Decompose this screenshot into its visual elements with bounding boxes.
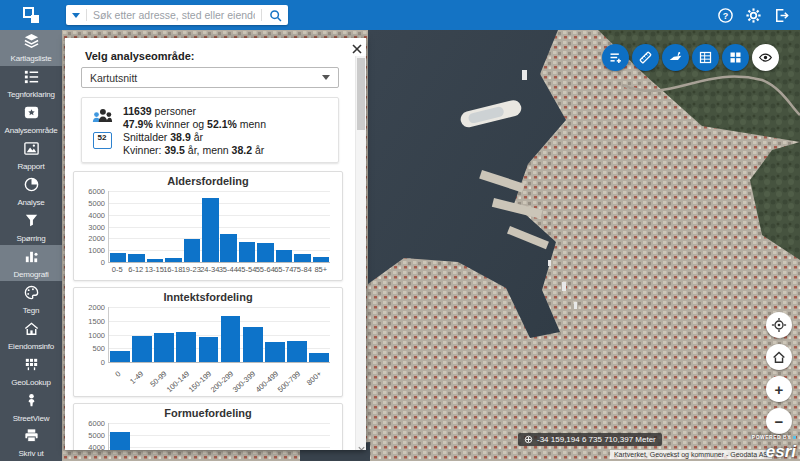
x-axis-tick: 35-44 <box>219 265 238 274</box>
map-toolbar <box>602 44 779 71</box>
sidebar-item-demografi[interactable]: Demografi <box>0 245 62 281</box>
x-axis-tick: 100-149 <box>164 369 190 394</box>
chart-title: Aldersfordeling <box>78 175 338 188</box>
add-layer-button[interactable] <box>602 44 629 71</box>
scene-button[interactable] <box>662 44 689 71</box>
chart-card-formuefordeling: Formuefordeling 010002000300040005000600… <box>73 403 343 450</box>
bar-1-49 <box>132 336 152 362</box>
chart-title: Formuefordeling <box>78 407 338 420</box>
age-text: Snittalder 38.9 år Kvinner: 39.5 år, men… <box>123 131 264 157</box>
sidebar-item-rapport[interactable]: Rapport <box>0 138 62 174</box>
sidebar-item-sporring[interactable]: Spørring <box>0 210 62 246</box>
bar-35-44 <box>220 234 237 262</box>
demografi-panel: Velg analyseområde: Kartutsnitt 11639 pe… <box>65 38 366 450</box>
x-axis-tick: 13-15 <box>145 265 164 274</box>
analysis-area-select[interactable]: Kartutsnitt <box>81 67 339 88</box>
panel-scrollbar[interactable] <box>355 56 366 450</box>
settings-gear-icon[interactable] <box>745 7 762 24</box>
bar-24-34 <box>202 198 219 262</box>
barchart-icon <box>23 248 40 269</box>
gridline <box>109 203 330 204</box>
help-icon[interactable]: ? <box>717 7 734 24</box>
y-axis-tick: 6000 <box>79 419 105 428</box>
table-button[interactable] <box>692 44 719 71</box>
x-axis-tick: 0-5 <box>112 265 123 274</box>
sidebar-item-label: Tegnforklaring <box>7 90 54 99</box>
sign-out-icon[interactable] <box>773 7 790 24</box>
home-button[interactable] <box>766 344 792 370</box>
population-stats-card: 11639 personer 47.9% kvinner og 52.1% me… <box>81 97 339 163</box>
coordinates-text: -34 159,194 6 735 710,397 Meter <box>537 435 656 444</box>
sidebar-item-label: GeoLookup <box>11 378 51 387</box>
sidebar-item-geolookup[interactable]: GeoLookup <box>0 353 62 389</box>
bar-0 <box>110 351 130 362</box>
x-axis-tick: 400-499 <box>253 369 279 394</box>
x-axis-tick: 55-64 <box>256 265 275 274</box>
add-layer-icon <box>608 50 623 65</box>
bar-16-18 <box>165 258 182 262</box>
gridline <box>109 435 330 436</box>
x-axis-tick: 500-799 <box>275 369 301 394</box>
chart-card-aldersfordeling: Aldersfordeling 010002000300040005000600… <box>73 171 343 281</box>
analysis-area-label: Velg analyseområde: <box>85 50 355 62</box>
bar-85+ <box>313 257 330 262</box>
x-axis-tick: 85+ <box>314 265 327 274</box>
printer-icon <box>23 427 40 448</box>
y-axis-tick: 4000 <box>79 210 105 219</box>
measure-button[interactable] <box>632 44 659 71</box>
basemap-button[interactable] <box>722 44 749 71</box>
bar-0 <box>110 432 130 450</box>
eye-button[interactable] <box>752 44 779 71</box>
sidebar-item-streetview[interactable]: StreetView <box>0 389 62 425</box>
gridline <box>109 321 330 322</box>
bar-150-199 <box>199 337 219 362</box>
logo-squares-icon <box>23 7 39 23</box>
scrollbar-thumb[interactable] <box>357 58 365 130</box>
x-axis-tick: 800+ <box>305 369 324 387</box>
bar-500-799 <box>287 341 307 362</box>
sidebar-item-skrivut[interactable]: Skriv ut <box>0 425 62 461</box>
bar-300-399 <box>243 327 263 362</box>
x-axis-tick: 75-84 <box>293 265 312 274</box>
sidebar-item-analyse[interactable]: Analyse <box>0 174 62 210</box>
sidebar-item-label: Demografi <box>13 270 48 279</box>
x-axis-tick: 19-23 <box>182 265 201 274</box>
y-axis-tick: 6000 <box>79 187 105 196</box>
bar-13-15 <box>147 259 164 262</box>
sidebar-item-tegn[interactable]: Tegn <box>0 281 62 317</box>
bar-6-12 <box>128 254 145 262</box>
sidebar-item-label: Analyseområde <box>5 126 58 135</box>
bar-19-23 <box>184 239 201 262</box>
sidebar-item-label: StreetView <box>13 414 50 423</box>
eye-icon <box>758 50 773 65</box>
chart-x-labels: 0-56-1213-1516-1819-2324-3435-4445-5455-… <box>108 265 330 277</box>
x-axis-tick: 45-54 <box>237 265 256 274</box>
sidebar-item-tegnforklaring[interactable]: Tegnforklaring <box>0 66 62 102</box>
tool-sidebar: KartlagslisteTegnforklaringAnalyseområde… <box>0 30 62 461</box>
panel-content: Velg analyseområde: Kartutsnitt 11639 pe… <box>65 38 355 450</box>
map-controls: +− <box>766 312 792 434</box>
sidebar-item-kartlagsliste[interactable]: Kartlagsliste <box>0 30 62 66</box>
sidebar-item-eiendomsinfo[interactable]: Eiendomsinfo <box>0 317 62 353</box>
x-axis-tick: 24-34 <box>200 265 219 274</box>
search-input[interactable] <box>87 9 261 21</box>
chart-plot: 0500100015002000 <box>108 307 330 363</box>
scene-icon <box>668 50 683 65</box>
locate-button[interactable] <box>766 312 792 338</box>
app-logo[interactable] <box>0 0 62 30</box>
calendar-icon: 52 <box>90 131 114 149</box>
zoom-in-button[interactable]: + <box>766 376 792 402</box>
search-options-caret-icon[interactable] <box>66 13 86 18</box>
x-axis-tick: 150-199 <box>187 369 213 394</box>
svg-text:?: ? <box>723 10 728 20</box>
esri-globe-icon <box>793 436 796 439</box>
x-axis-tick: 16-18 <box>163 265 182 274</box>
coordinate-readout: -34 159,194 6 735 710,397 Meter <box>518 433 662 446</box>
gridline <box>109 227 330 228</box>
close-icon[interactable] <box>350 42 364 56</box>
scroll-down-icon[interactable] <box>357 439 366 448</box>
people-icon <box>90 105 114 125</box>
search-icon[interactable] <box>262 5 288 25</box>
esri-logo: POWERED BY esri <box>752 426 796 460</box>
sidebar-item-analyseomrade[interactable]: Analyseområde <box>0 102 62 138</box>
